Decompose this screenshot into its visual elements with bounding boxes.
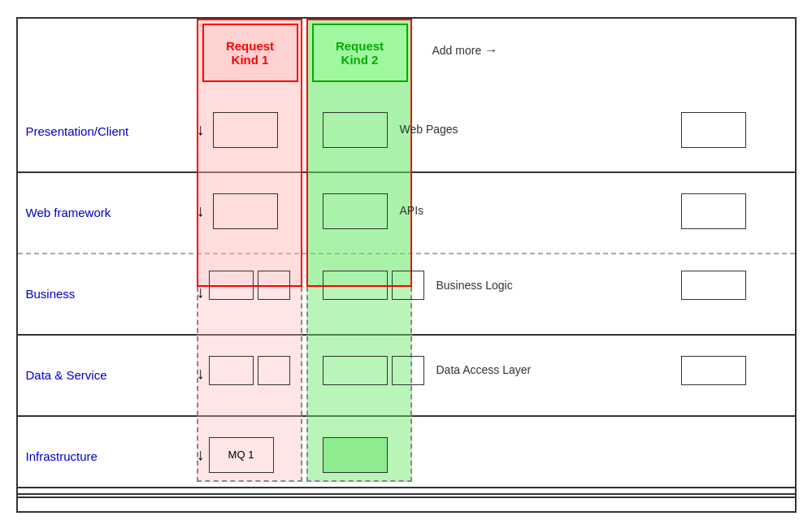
infrastructure-mq1-box: MQ 1 (209, 437, 274, 473)
layer-webframework-label: Web framework (18, 206, 189, 219)
business-arrow: ↓ (197, 283, 205, 301)
layer-business-label: Business (18, 287, 189, 301)
presentation-comp-green (323, 112, 388, 148)
presentation-sublabel: Web Pages (400, 123, 458, 136)
header-row: Request Kind 1 Request Kind 2 Add more → (18, 19, 795, 92)
business-sublabel: Business Logic (436, 279, 513, 292)
request-kind-2-header: Request Kind 2 (312, 24, 408, 82)
webframework-comp-right (681, 193, 746, 229)
diagram-container: Request Kind 1 Request Kind 2 Add more →… (16, 17, 797, 513)
business-comp-green-2 (392, 271, 424, 300)
business-comp-red-1 (209, 271, 254, 300)
business-comp-red-2 (258, 271, 290, 300)
presentation-comp-right (681, 112, 746, 148)
dataservice-arrow: ↓ (197, 364, 205, 383)
webframework-comp-red (213, 193, 278, 229)
infrastructure-arrow: ↓ (197, 445, 205, 464)
webframework-arrow: ↓ (197, 202, 205, 220)
layer-dataservice-label: Data & Service (18, 368, 189, 382)
dataservice-comp-right (681, 356, 746, 385)
infrastructure-comp-green (323, 437, 388, 473)
dataservice-comp-green (323, 356, 388, 385)
layer-infrastructure-label: Infrastructure (18, 449, 189, 463)
dataservice-comp-red-2 (258, 356, 290, 385)
infrastructure-mq1-label: MQ 1 (228, 449, 254, 461)
add-more-label: Add more → (432, 43, 498, 58)
dataservice-sublabel: Data Access Layer (436, 363, 532, 376)
request-kind-2-label: Request Kind 2 (336, 39, 384, 67)
dataservice-comp-red (209, 356, 254, 385)
request-kind-1-header: Request Kind 1 (202, 24, 298, 82)
webframework-sublabel: APIs (400, 204, 424, 217)
layer-presentation-label: Presentation/Client (18, 124, 189, 138)
dataservice-comp-green-2 (392, 356, 424, 385)
business-comp-right (681, 271, 746, 300)
add-more-text: Add more (432, 44, 482, 57)
webframework-comp-green (323, 193, 388, 229)
add-more-arrow: → (484, 43, 497, 58)
bottom-line-2 (18, 493, 795, 495)
presentation-comp-red (213, 112, 278, 148)
request-kind-1-label: Request Kind 1 (226, 39, 274, 67)
bottom-line-1 (18, 487, 795, 488)
business-comp-green (323, 271, 388, 300)
presentation-arrow: ↓ (197, 120, 205, 139)
